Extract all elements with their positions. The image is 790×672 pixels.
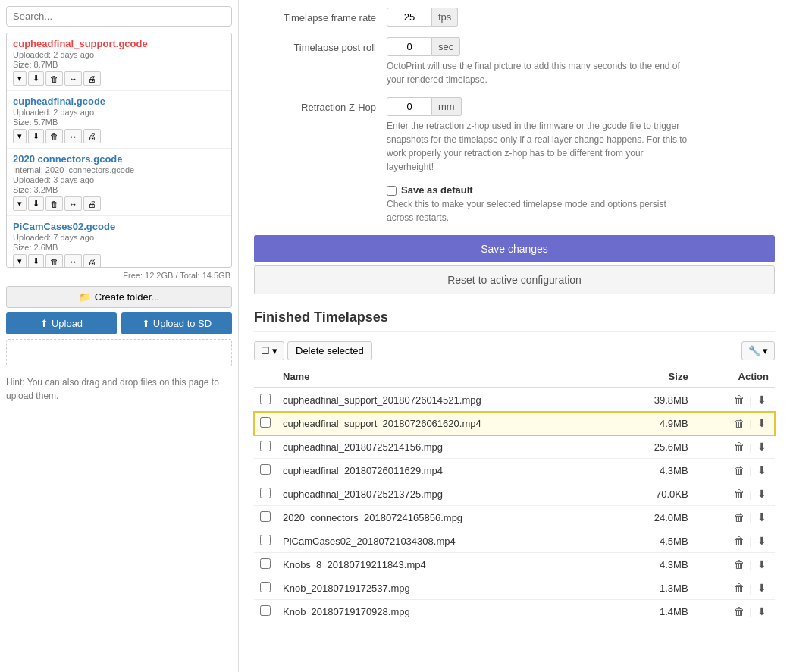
- reset-button[interactable]: Reset to active configuration: [254, 265, 775, 294]
- z-hop-label: Retraction Z-Hop: [254, 97, 387, 113]
- file-print-button[interactable]: 🖨: [83, 254, 101, 268]
- frame-rate-input[interactable]: [387, 8, 432, 27]
- file-delete-button[interactable]: 🗑: [45, 129, 63, 143]
- file-item: PiCamCases02.gcode Uploaded: 7 days ago …: [7, 216, 231, 268]
- row-download-button[interactable]: ⬇: [755, 604, 769, 618]
- file-select-button[interactable]: ▾: [13, 71, 27, 86]
- drop-area[interactable]: [6, 339, 232, 366]
- row-delete-button[interactable]: 🗑: [732, 510, 747, 524]
- row-checkbox[interactable]: [260, 441, 271, 451]
- file-name[interactable]: cupheadfinal_support.gcode: [13, 38, 225, 49]
- row-checkbox[interactable]: [260, 535, 271, 545]
- row-checkbox[interactable]: [260, 582, 271, 592]
- row-checkbox[interactable]: [260, 605, 271, 616]
- row-actions: 🗑 | ⬇: [694, 482, 775, 506]
- row-checkbox-cell: [254, 482, 277, 506]
- row-download-button[interactable]: ⬇: [755, 487, 769, 501]
- file-move-button[interactable]: ↔: [64, 254, 82, 268]
- row-checkbox[interactable]: [260, 464, 271, 475]
- save-as-default-checkbox-wrap: Save as default Check this to make your …: [387, 184, 675, 225]
- row-download-button[interactable]: ⬇: [755, 440, 769, 454]
- row-delete-button[interactable]: 🗑: [732, 463, 747, 477]
- create-folder-button[interactable]: 📁 Create folder...: [6, 286, 232, 308]
- table-row: cupheadfinal_20180725214156.mpg 25.6MB 🗑…: [254, 435, 775, 459]
- file-select-button[interactable]: ▾: [13, 196, 27, 211]
- row-checkbox[interactable]: [260, 394, 271, 404]
- file-name[interactable]: cupheadfinal.gcode: [13, 96, 225, 107]
- upload-sd-button[interactable]: ⬆ Upload to SD: [121, 312, 232, 334]
- row-download-button[interactable]: ⬇: [755, 463, 769, 477]
- row-download-button[interactable]: ⬇: [755, 581, 769, 595]
- row-delete-button[interactable]: 🗑: [732, 604, 747, 618]
- right-panel: Timelapse frame rate fps Timelapse post …: [239, 0, 790, 672]
- save-as-default-row: Save as default Check this to make your …: [254, 184, 775, 225]
- action-separator: |: [750, 512, 752, 523]
- wrench-button[interactable]: 🔧 ▾: [741, 341, 775, 360]
- file-download-button[interactable]: ⬇: [28, 196, 44, 211]
- row-checkbox[interactable]: [260, 511, 271, 522]
- file-delete-button[interactable]: 🗑: [45, 196, 63, 211]
- file-move-button[interactable]: ↔: [64, 71, 82, 86]
- save-as-default-checkbox[interactable]: [387, 186, 397, 196]
- row-actions: 🗑 | ⬇: [694, 459, 775, 482]
- action-separator: |: [750, 394, 752, 406]
- finished-timelapses-section: Finished Timelapses ☐ ▾ Delete selected …: [254, 309, 775, 623]
- file-name[interactable]: 2020 connectors.gcode: [13, 153, 225, 165]
- post-roll-unit: sec: [432, 37, 460, 56]
- row-checkbox[interactable]: [260, 417, 271, 428]
- upload-label: Upload: [52, 318, 83, 329]
- upload-button[interactable]: ⬆ Upload: [6, 312, 117, 334]
- row-delete-button[interactable]: 🗑: [732, 534, 747, 548]
- delete-selected-button[interactable]: Delete selected: [287, 341, 372, 360]
- file-size: Size: 3.2MB: [13, 185, 225, 194]
- table-header-row: Name Size Action: [254, 366, 775, 388]
- row-name: cupheadfinal_20180725213725.mpg: [277, 482, 619, 506]
- file-print-button[interactable]: 🖨: [83, 71, 101, 86]
- row-name: Knobs_8_20180719211843.mp4: [277, 553, 619, 576]
- file-download-button[interactable]: ⬇: [28, 254, 44, 268]
- folder-icon: 📁: [79, 291, 91, 303]
- post-roll-input[interactable]: [387, 37, 432, 56]
- section-title: Finished Timelapses: [254, 309, 775, 332]
- action-separator: |: [750, 465, 752, 476]
- frame-rate-unit: fps: [432, 8, 458, 27]
- save-changes-button[interactable]: Save changes: [254, 235, 775, 262]
- upload-sd-label: Upload to SD: [153, 318, 212, 329]
- z-hop-input[interactable]: [387, 97, 432, 116]
- row-size: 25.6MB: [619, 435, 694, 459]
- search-input[interactable]: [6, 6, 232, 27]
- file-move-button[interactable]: ↔: [64, 129, 82, 143]
- file-move-button[interactable]: ↔: [64, 196, 82, 211]
- row-download-button[interactable]: ⬇: [755, 416, 769, 430]
- row-delete-button[interactable]: 🗑: [732, 416, 747, 430]
- row-checkbox-cell: [254, 388, 277, 412]
- row-delete-button[interactable]: 🗑: [732, 440, 747, 454]
- file-delete-button[interactable]: 🗑: [45, 71, 63, 86]
- row-delete-button[interactable]: 🗑: [732, 393, 747, 407]
- file-select-button[interactable]: ▾: [13, 254, 27, 268]
- row-delete-button[interactable]: 🗑: [732, 487, 747, 501]
- file-select-button[interactable]: ▾: [13, 129, 27, 143]
- select-all-button[interactable]: ☐ ▾: [254, 341, 284, 360]
- row-download-button[interactable]: ⬇: [755, 557, 769, 571]
- row-checkbox[interactable]: [260, 488, 271, 498]
- row-checkbox-cell: [254, 412, 277, 435]
- file-size: Size: 8.7MB: [13, 60, 225, 69]
- row-delete-button[interactable]: 🗑: [732, 557, 747, 571]
- action-separator: |: [750, 418, 752, 429]
- toolbar-right: 🔧 ▾: [741, 341, 775, 360]
- file-download-button[interactable]: ⬇: [28, 71, 44, 86]
- file-download-button[interactable]: ⬇: [28, 129, 44, 143]
- file-name[interactable]: PiCamCases02.gcode: [13, 221, 225, 232]
- row-name: cupheadfinal_support_20180726014521.mpg: [277, 388, 619, 412]
- row-download-button[interactable]: ⬇: [755, 393, 769, 407]
- file-print-button[interactable]: 🖨: [83, 129, 101, 143]
- row-delete-button[interactable]: 🗑: [732, 581, 747, 595]
- file-delete-button[interactable]: 🗑: [45, 254, 63, 268]
- file-print-button[interactable]: 🖨: [83, 196, 101, 211]
- file-item: 2020 connectors.gcode Internal: 2020_con…: [7, 149, 231, 216]
- row-download-button[interactable]: ⬇: [755, 534, 769, 548]
- file-size: Size: 2.6MB: [13, 243, 225, 252]
- row-download-button[interactable]: ⬇: [755, 510, 769, 524]
- row-checkbox[interactable]: [260, 558, 271, 569]
